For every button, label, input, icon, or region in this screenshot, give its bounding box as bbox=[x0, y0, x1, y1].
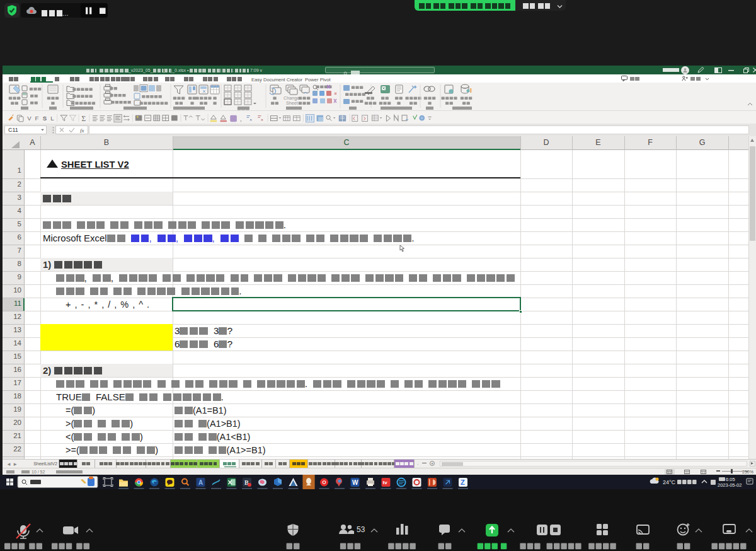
svg-text:24°C: 24°C bbox=[663, 479, 676, 485]
svg-text:2023-05-02: 2023-05-02 bbox=[718, 482, 742, 488]
svg-text:53: 53 bbox=[357, 525, 365, 534]
svg-text:,: , bbox=[240, 115, 242, 122]
svg-text:W: W bbox=[352, 479, 358, 486]
svg-text:fx: fx bbox=[80, 127, 84, 133]
svg-text:F: F bbox=[35, 115, 39, 122]
svg-text:tv: tv bbox=[383, 480, 388, 485]
svg-text:Z: Z bbox=[461, 478, 465, 486]
svg-text:L: L bbox=[50, 115, 54, 122]
svg-text:Sheet: Sheet bbox=[286, 100, 298, 106]
svg-text:A: A bbox=[198, 479, 203, 486]
svg-text:6:05: 6:05 bbox=[726, 477, 735, 482]
svg-text:S: S bbox=[43, 115, 47, 122]
svg-text:Σ: Σ bbox=[81, 115, 86, 122]
svg-text:V: V bbox=[27, 115, 32, 122]
